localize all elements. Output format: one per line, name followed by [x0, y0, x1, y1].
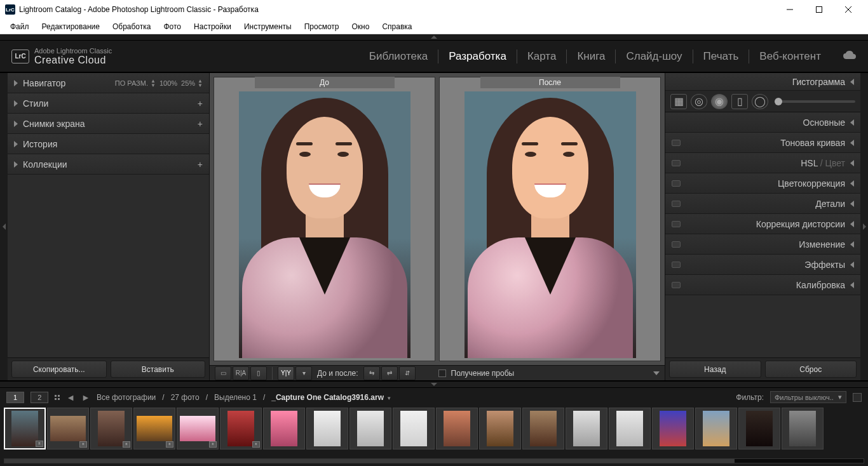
thumbnail[interactable]: 12: [479, 408, 521, 449]
before-after-lr-icon[interactable]: Y|Y: [278, 366, 294, 380]
menu-tools[interactable]: Инструменты: [238, 21, 298, 32]
module-print[interactable]: Печать: [693, 50, 749, 63]
panel-switch-icon[interactable]: [672, 241, 681, 248]
panel-switch-icon[interactable]: [672, 262, 681, 268]
histogram-header[interactable]: Гистограмма: [665, 73, 860, 91]
nav-100[interactable]: 100%: [159, 79, 177, 87]
menu-view[interactable]: Просмотр: [298, 21, 346, 32]
collections-header[interactable]: Коллекции+: [8, 154, 209, 175]
copy-before-icon[interactable]: ⇆: [363, 366, 380, 380]
panel-изменение[interactable]: Изменение: [665, 234, 860, 255]
filter-dropdown[interactable]: Фильтры выключ..▾: [770, 391, 846, 403]
thumbnail[interactable]: 8: [306, 408, 348, 449]
updown-icon[interactable]: ▲▼: [198, 79, 203, 88]
thumbnail[interactable]: 6±: [220, 408, 262, 449]
thumbnail[interactable]: 1±: [4, 408, 46, 449]
source-label[interactable]: Все фотографии: [97, 393, 156, 402]
brush-slider[interactable]: [775, 100, 855, 103]
nav-25[interactable]: 25%: [181, 79, 195, 87]
panel-switch-icon[interactable]: [672, 160, 681, 166]
crop-tool-icon[interactable]: ▦: [670, 94, 687, 109]
before-pane[interactable]: До: [214, 77, 435, 361]
thumbnail[interactable]: 18: [738, 408, 780, 449]
filmstrip[interactable]: 1±2±3±4±5±6±78910111213141516171819: [0, 406, 868, 458]
panel-детали[interactable]: Детали: [665, 194, 860, 214]
panel-эффекты[interactable]: Эффекты: [665, 255, 860, 275]
paste-button[interactable]: Вставить: [111, 361, 206, 378]
previous-button[interactable]: Назад: [669, 361, 761, 378]
soft-proof-checkbox[interactable]: [438, 369, 446, 377]
toolbar-options-icon[interactable]: [653, 371, 660, 375]
close-button[interactable]: [834, 0, 863, 19]
menu-photo[interactable]: Фото: [157, 21, 187, 32]
before-after-dropdown-icon[interactable]: ▾: [295, 366, 312, 380]
loupe-view-icon[interactable]: ▭: [215, 366, 231, 380]
module-develop[interactable]: Разработка: [438, 50, 517, 63]
filter-lock-icon[interactable]: [853, 393, 862, 402]
radial-tool-icon[interactable]: ◯: [752, 94, 768, 109]
thumbnail[interactable]: 13: [522, 408, 564, 449]
swap-icon[interactable]: ⇵: [399, 366, 416, 380]
presets-header[interactable]: Стили+: [8, 93, 209, 114]
history-header[interactable]: История: [8, 134, 209, 154]
gradient-tool-icon[interactable]: ▯: [731, 94, 748, 109]
minimize-button[interactable]: [775, 0, 804, 19]
panel-switch-icon[interactable]: [672, 221, 681, 227]
filmstrip-scrollbar[interactable]: [0, 458, 868, 466]
main-window-button[interactable]: 1: [6, 392, 24, 403]
thumbnail[interactable]: 10: [393, 408, 435, 449]
thumbnail[interactable]: 2±: [47, 408, 89, 449]
current-filename[interactable]: _Capture One Catalog3916.arw ▼: [271, 393, 391, 402]
cloud-sync-icon[interactable]: [843, 50, 857, 63]
thumbnail[interactable]: 5±: [177, 408, 219, 449]
spot-tool-icon[interactable]: ◎: [691, 94, 707, 109]
nav-forward-icon[interactable]: ►: [81, 392, 90, 403]
thumbnail[interactable]: 11: [436, 408, 478, 449]
maximize-button[interactable]: [804, 0, 834, 19]
identity-plate[interactable]: LrC Adobe Lightroom Classic Creative Clo…: [11, 47, 112, 66]
second-window-button[interactable]: 2: [31, 392, 48, 403]
thumbnail[interactable]: 15: [609, 408, 651, 449]
navigator-header[interactable]: Навигатор ПО РАЗМ. ▲▼ 100% 25% ▲▼: [8, 73, 209, 93]
reset-button[interactable]: Сброс: [765, 361, 857, 378]
panel-switch-icon[interactable]: [672, 140, 681, 146]
module-book[interactable]: Книга: [567, 50, 615, 63]
thumbnail[interactable]: 4±: [133, 408, 175, 449]
top-panel-toggle[interactable]: [0, 34, 868, 41]
menu-edit[interactable]: Редактирование: [36, 21, 106, 32]
panel-цветокоррекция[interactable]: Цветокоррекция: [665, 173, 860, 194]
panel-основные[interactable]: Основные: [665, 112, 860, 133]
panel-тоновая-кривая[interactable]: Тоновая кривая: [665, 133, 860, 153]
snapshots-header[interactable]: Снимки экрана+: [8, 114, 209, 134]
updown-icon[interactable]: ▲▼: [151, 79, 156, 88]
menu-settings[interactable]: Настройки: [187, 21, 238, 32]
redeye-tool-icon[interactable]: ◉: [711, 94, 728, 109]
after-pane[interactable]: После: [439, 77, 661, 361]
thumbnail[interactable]: 14: [566, 408, 607, 449]
module-library[interactable]: Библиотека: [359, 50, 438, 63]
reference-view-icon[interactable]: R|A: [233, 366, 249, 380]
menu-file[interactable]: Файл: [4, 21, 36, 32]
thumbnail[interactable]: 19: [782, 408, 824, 449]
copy-button[interactable]: Скопировать...: [11, 361, 107, 378]
panel-switch-icon[interactable]: [672, 282, 681, 288]
add-snapshot-icon[interactable]: +: [198, 119, 203, 129]
panel-коррекция-дисторсии[interactable]: Коррекция дисторсии: [665, 214, 860, 234]
right-panel-toggle[interactable]: [860, 73, 868, 380]
copy-after-icon[interactable]: ⇄: [381, 366, 398, 380]
grid-view-icon[interactable]: [55, 395, 60, 400]
module-slideshow[interactable]: Слайд-шоу: [616, 50, 692, 63]
module-map[interactable]: Карта: [517, 50, 567, 63]
menu-develop[interactable]: Обработка: [106, 21, 158, 32]
menu-help[interactable]: Справка: [376, 21, 418, 32]
left-panel-toggle[interactable]: [0, 73, 8, 380]
reference-split-icon[interactable]: ▯: [250, 366, 267, 380]
filmstrip-toggle[interactable]: [0, 381, 868, 387]
nav-back-icon[interactable]: ◄: [66, 392, 75, 403]
module-web[interactable]: Веб-контент: [749, 50, 831, 63]
thumbnail[interactable]: 16: [652, 408, 694, 449]
add-preset-icon[interactable]: +: [198, 98, 203, 109]
thumbnail[interactable]: 17: [695, 408, 737, 449]
panel-switch-icon[interactable]: [672, 201, 681, 207]
thumbnail[interactable]: 9: [349, 408, 391, 449]
